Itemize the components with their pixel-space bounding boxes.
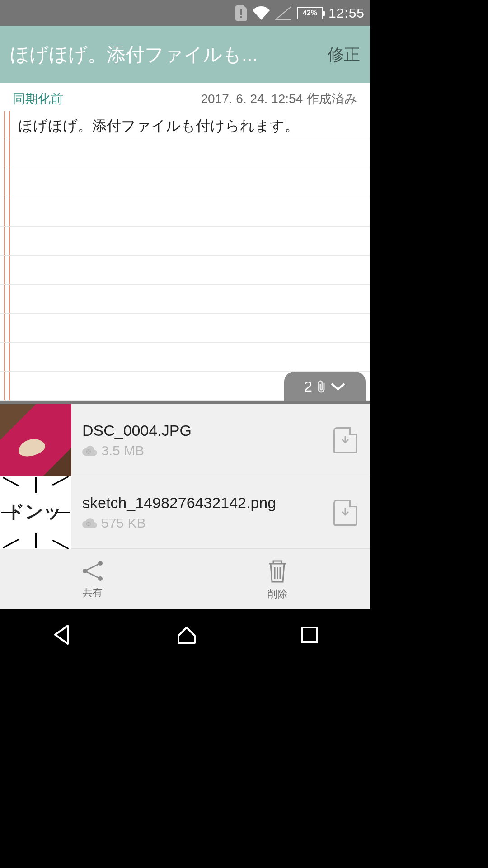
back-button[interactable] [51,623,74,646]
svg-rect-7 [302,627,317,642]
attachment-row[interactable]: DSC_0004.JPG 3.5 MB [0,404,370,476]
attachment-size: 3.5 MB [101,443,144,458]
chevron-down-icon [330,382,346,391]
page-title: ほげほげ。添付ファイルも... [10,42,328,67]
attachment-thumbnail[interactable] [0,404,71,476]
battery-indicator: 42% [297,7,323,19]
system-nav-bar [0,611,370,658]
attachment-filename: DSC_0004.JPG [82,422,310,439]
back-icon [51,623,74,646]
created-date: 2017. 6. 24. 12:54 作成済み [201,90,357,108]
delete-button[interactable]: 削除 [185,549,371,609]
svg-rect-1 [240,16,242,18]
delete-label: 削除 [267,587,287,601]
square-icon [300,625,319,645]
home-button[interactable] [175,623,198,646]
attachment-count: 2 [304,378,312,395]
wifi-icon [253,6,270,20]
status-bar: 42% 12:55 [0,0,370,26]
sim-alert-icon [235,5,247,21]
attachment-info: sketch_1498276432142.png 575 KB [71,494,320,531]
share-label: 共有 [83,586,103,599]
recent-apps-button[interactable] [300,625,319,645]
svg-rect-0 [240,9,242,15]
sketch-text: ドンッ [6,499,62,524]
paper-lines [0,111,370,401]
app-bar: ほげほげ。添付ファイルも... 修正 [0,26,370,83]
cloud-off-icon [82,446,97,456]
attachment-thumbnail[interactable]: ドンッ [0,476,71,549]
attachments-toggle-tab[interactable]: 2 [284,372,366,401]
paperclip-icon [316,380,327,393]
attachment-filename: sketch_1498276432142.png [82,494,310,512]
attachment-info: DSC_0004.JPG 3.5 MB [71,422,320,458]
note-meta: 同期化前 2017. 6. 24. 12:54 作成済み [0,83,370,111]
home-icon [175,623,198,646]
attachment-row[interactable]: ドンッ sketch_1498276432142.png 575 KB [0,476,370,549]
download-button[interactable] [320,500,370,526]
download-button[interactable] [320,427,370,453]
cell-signal-icon [275,6,291,20]
attachment-size: 575 KB [101,515,145,531]
edit-button[interactable]: 修正 [328,44,360,66]
download-icon [339,507,351,519]
battery-text: 42% [303,9,317,17]
share-icon [80,559,105,583]
note-body: ほげほげ。添付ファイルも付けられます。 [0,111,370,140]
attachments-panel: DSC_0004.JPG 3.5 MB ドンッ sketch_149827643… [0,401,370,549]
share-button[interactable]: 共有 [0,549,185,609]
cloud-off-icon [82,518,97,528]
trash-icon [265,557,290,585]
note-paper[interactable]: ほげほげ。添付ファイルも付けられます。 2 [0,111,370,401]
bottom-actions: 共有 削除 [0,549,370,609]
sync-status: 同期化前 [13,90,63,108]
download-icon [339,434,351,446]
status-clock: 12:55 [328,5,365,21]
